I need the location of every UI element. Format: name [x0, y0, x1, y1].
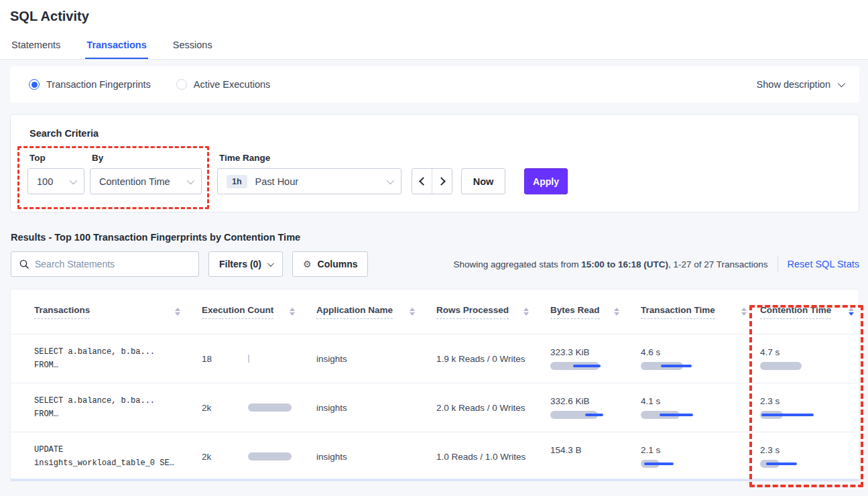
- page-title: SQL Activity: [10, 9, 868, 24]
- execution-count-cell: 2k: [202, 403, 316, 413]
- columns-label: Columns: [318, 259, 358, 269]
- sort-icon-active-desc[interactable]: [849, 308, 854, 316]
- table-row[interactable]: SELECT a.balance, b.ba... FROM… 18 insig…: [11, 334, 859, 383]
- column-header-contention-time[interactable]: Contention Time: [760, 305, 859, 319]
- tab-sessions[interactable]: Sessions: [172, 40, 214, 59]
- search-criteria-title: Search Criteria: [29, 128, 99, 139]
- execution-count-bar: [248, 355, 316, 363]
- transaction-fingerprint-link[interactable]: SELECT a.balance, b.ba... FROM…: [34, 394, 202, 421]
- column-header-bytes-read[interactable]: Bytes Read: [550, 305, 641, 319]
- top-select-value: 100: [37, 176, 53, 187]
- chevron-down-icon: [70, 176, 77, 184]
- bytes-read-cell: 154.3 B: [550, 445, 641, 468]
- chevron-down-icon: [267, 260, 274, 267]
- chevron-right-icon: [437, 177, 446, 186]
- tab-statements[interactable]: Statements: [10, 40, 62, 59]
- radio-label: Transaction Fingerprints: [46, 79, 151, 90]
- radio-active-executions[interactable]: Active Executions: [176, 79, 270, 90]
- chevron-down-icon: [387, 176, 394, 184]
- by-label: By: [92, 153, 103, 163]
- sort-icon[interactable]: [741, 308, 747, 316]
- results-heading: Results - Top 100 Transaction Fingerprin…: [11, 232, 868, 243]
- chevron-left-icon: [419, 177, 428, 186]
- reset-sql-stats-link[interactable]: Reset SQL Stats: [788, 259, 859, 269]
- application-name-cell: insights: [316, 354, 436, 364]
- application-name-cell: insights: [316, 403, 436, 413]
- transaction-fingerprint-link[interactable]: SELECT a.balance, b.ba... FROM…: [34, 345, 202, 372]
- sort-icon[interactable]: [290, 308, 295, 316]
- stats-summary: Showing aggregated stats from 15:00 to 1…: [454, 259, 768, 269]
- chevron-down-icon: [187, 176, 194, 184]
- column-header-transactions[interactable]: Transactions: [34, 305, 202, 319]
- contention-time-cell: 2.3 s: [760, 445, 859, 468]
- table-row[interactable]: SELECT a.balance, b.ba... FROM… 2k insig…: [11, 383, 859, 432]
- tab-bar: Statements Transactions Sessions: [0, 40, 868, 60]
- time-range-badge: 1h: [227, 175, 247, 188]
- transaction-time-bar: [641, 411, 715, 419]
- contention-time-cell: 2.3 s: [760, 396, 859, 419]
- search-statements-input[interactable]: [35, 259, 192, 269]
- view-toggle-bar: Transaction Fingerprints Active Executio…: [10, 66, 859, 103]
- bytes-read-bar: [550, 362, 624, 370]
- time-range-step-group: [412, 168, 452, 194]
- transaction-time-cell: 4.6 s: [641, 347, 760, 370]
- toolbar-divider: [778, 255, 778, 273]
- filters-button[interactable]: Filters (0): [208, 251, 283, 277]
- top-label: Top: [29, 153, 46, 163]
- next-range-button[interactable]: [432, 169, 452, 194]
- transaction-time-bar: [641, 362, 715, 370]
- previous-range-button[interactable]: [412, 169, 432, 194]
- contention-time-bar: [760, 362, 834, 370]
- contention-time-bar: [760, 460, 834, 468]
- execution-count-cell: 18: [202, 354, 316, 364]
- radio-selected-icon: [29, 79, 40, 90]
- sort-icon[interactable]: [175, 308, 180, 316]
- show-description-toggle[interactable]: Show description: [757, 79, 843, 90]
- radio-unselected-icon: [176, 79, 187, 90]
- search-criteria-card: Search Criteria Top 100 By Contention Ti…: [10, 114, 859, 212]
- chevron-down-icon: [838, 80, 845, 87]
- table-row[interactable]: UPDATE insights_workload_table_0 SE… 2k …: [11, 432, 859, 481]
- filters-label: Filters (0): [219, 259, 261, 269]
- table-header-row: Transactions Execution Count Application…: [11, 290, 859, 334]
- execution-count-cell: 2k: [202, 452, 316, 462]
- time-range-select[interactable]: 1h Past Hour: [217, 168, 401, 194]
- sort-icon[interactable]: [410, 308, 415, 316]
- columns-button[interactable]: ⚙ Columns: [292, 251, 368, 277]
- bytes-read-bar: [550, 411, 624, 419]
- column-header-rows-processed[interactable]: Rows Processed: [436, 305, 550, 319]
- radio-transaction-fingerprints[interactable]: Transaction Fingerprints: [29, 79, 151, 90]
- transaction-time-bar: [641, 460, 715, 468]
- by-select-value: Contention Time: [99, 176, 170, 187]
- stats-time-range: 15:00 to 16:18 (UTC): [581, 259, 668, 269]
- search-statements-box[interactable]: [11, 251, 199, 277]
- column-header-execution-count[interactable]: Execution Count: [202, 305, 316, 319]
- sort-icon[interactable]: [523, 308, 529, 316]
- sort-icon[interactable]: [614, 308, 619, 316]
- execution-count-bar: [248, 404, 316, 412]
- show-description-label: Show description: [757, 79, 830, 90]
- by-select[interactable]: Contention Time: [90, 168, 202, 194]
- now-button[interactable]: Now: [461, 168, 505, 194]
- transaction-time-cell: 2.1 s: [641, 445, 760, 468]
- tab-transactions[interactable]: Transactions: [85, 40, 147, 59]
- rows-processed-cell: 1.0 Reads / 1.0 Writes: [436, 452, 550, 462]
- page-header: SQL Activity Statements Transactions Ses…: [0, 0, 868, 60]
- apply-button[interactable]: Apply: [524, 168, 568, 194]
- top-select[interactable]: 100: [27, 168, 84, 194]
- search-icon: [19, 259, 29, 269]
- contention-time-bar: [760, 411, 834, 419]
- transaction-fingerprint-link[interactable]: UPDATE insights_workload_table_0 SE…: [34, 443, 202, 470]
- bytes-read-cell: 332.6 KiB: [550, 396, 641, 419]
- view-toggle-group: Transaction Fingerprints Active Executio…: [29, 79, 296, 90]
- column-header-transaction-time[interactable]: Transaction Time: [641, 305, 760, 319]
- rows-processed-cell: 2.0 k Reads / 0 Writes: [436, 403, 550, 413]
- execution-count-bar: [248, 452, 316, 460]
- results-toolbar: Filters (0) ⚙ Columns Showing aggregated…: [11, 251, 859, 277]
- bytes-read-cell: 323.3 KiB: [550, 347, 641, 370]
- time-range-value: Past Hour: [255, 176, 298, 187]
- transactions-table: Transactions Execution Count Application…: [10, 289, 859, 481]
- radio-label: Active Executions: [194, 79, 270, 90]
- column-header-application-name[interactable]: Application Name: [316, 305, 436, 319]
- application-name-cell: insights: [316, 452, 436, 462]
